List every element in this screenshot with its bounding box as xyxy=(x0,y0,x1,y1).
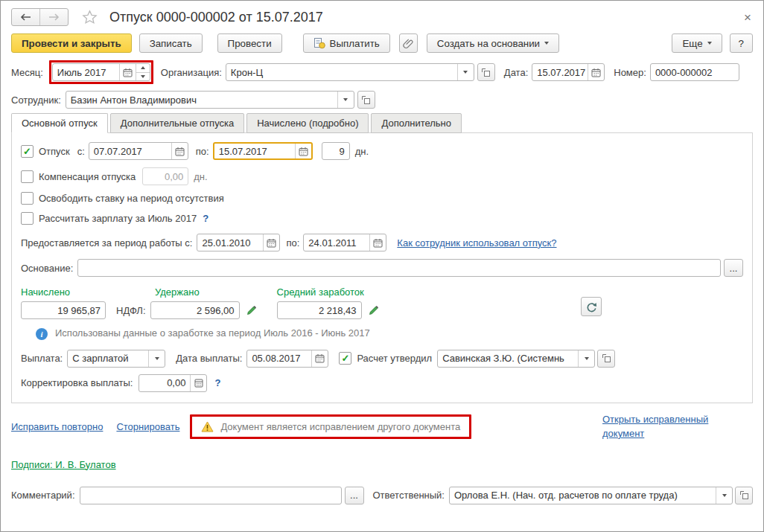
vacation-from-field[interactable]: 07.07.2017 xyxy=(89,142,188,160)
compensation-days-value[interactable]: 0,00 xyxy=(143,168,188,185)
chevron-down-icon[interactable] xyxy=(148,350,165,367)
chevron-down-icon[interactable] xyxy=(578,350,594,367)
compensation-label: Компенсация отпуска xyxy=(39,171,136,182)
calendar-icon[interactable] xyxy=(588,64,604,80)
approver-open-button[interactable] xyxy=(597,350,615,368)
open-corrected-link[interactable]: Открыть исправленный документ xyxy=(602,413,736,441)
create-based-on-button[interactable]: Создать на основании xyxy=(427,33,559,53)
forward-button[interactable] xyxy=(39,9,68,25)
payment-date-field[interactable]: 05.08.2017 xyxy=(246,350,328,368)
tab-main-vacation[interactable]: Основной отпуск xyxy=(11,113,108,133)
pay-button[interactable]: Выплатить xyxy=(303,33,390,53)
post-and-close-button[interactable]: Провести и закрыть xyxy=(11,33,132,53)
calendar-icon[interactable] xyxy=(119,64,136,80)
vacation-to-field[interactable]: 15.07.2017 xyxy=(213,142,313,160)
chevron-down-icon[interactable] xyxy=(716,487,732,504)
organization-value[interactable]: Крон-Ц xyxy=(226,64,457,80)
comment-field[interactable] xyxy=(80,487,342,504)
calc-salary-checkbox[interactable] xyxy=(21,212,34,225)
payment-date-value[interactable]: 05.08.2017 xyxy=(247,350,311,367)
reason-more-button[interactable]: ... xyxy=(724,259,743,277)
calendar-icon[interactable] xyxy=(311,350,328,367)
organization-field[interactable]: Крон-Ц xyxy=(226,63,474,81)
vacation-days-field[interactable]: 9 xyxy=(322,142,350,160)
number-value[interactable]: 0000-000002 xyxy=(651,64,739,80)
accrued-value[interactable]: 19 965,87 xyxy=(22,302,105,318)
work-period-from-field[interactable]: 25.01.2010 xyxy=(197,234,280,251)
close-icon[interactable]: × xyxy=(742,11,753,24)
payment-method-value[interactable]: С зарплатой xyxy=(68,350,148,367)
work-period-to-field[interactable]: 24.01.2011 xyxy=(303,234,386,251)
comment-more-button[interactable]: ... xyxy=(345,487,364,504)
avg-earnings-value[interactable]: 2 218,43 xyxy=(278,302,361,318)
compensation-unit: дн. xyxy=(194,171,207,182)
help-button[interactable]: ? xyxy=(730,33,753,53)
date-field[interactable]: 15.07.2017 xyxy=(532,63,605,81)
calculator-icon[interactable] xyxy=(190,375,206,391)
approver-value[interactable]: Савинская З.Ю. (Системнь xyxy=(438,350,578,367)
attachments-button[interactable] xyxy=(399,33,418,53)
window-header: Отпуск 0000-000002 от 15.07.2017 × xyxy=(1,1,763,29)
avg-earnings-field[interactable]: 2 218,43 xyxy=(277,301,362,319)
recalculate-button[interactable] xyxy=(581,297,602,316)
month-value[interactable]: Июль 2017 xyxy=(53,64,119,80)
adjustment-field[interactable]: 0,00 xyxy=(139,374,207,392)
write-button[interactable]: Записать xyxy=(139,33,203,53)
vacation-usage-link[interactable]: Как сотрудник использовал отпуск? xyxy=(397,237,556,249)
calc-salary-help-icon[interactable]: ? xyxy=(203,213,208,224)
number-field[interactable]: 0000-000002 xyxy=(650,63,739,81)
compensation-checkbox[interactable] xyxy=(21,170,34,183)
responsible-field[interactable]: Орлова Е.Н. (Нач. отд. расчетов по оплат… xyxy=(449,487,733,504)
ndfl-field[interactable]: 2 596,00 xyxy=(150,301,240,319)
compensation-days-field[interactable]: 0,00 xyxy=(142,167,188,185)
chevron-down-icon[interactable] xyxy=(337,92,354,108)
date-value[interactable]: 15.07.2017 xyxy=(532,64,588,80)
calendar-icon[interactable] xyxy=(295,144,311,158)
reason-field[interactable] xyxy=(77,259,721,277)
organization-open-button[interactable] xyxy=(477,63,495,81)
employee-open-button[interactable] xyxy=(357,91,375,109)
signatures-link[interactable]: Подписи: И. В. Булатов xyxy=(11,459,116,470)
spinner-down-icon[interactable] xyxy=(136,72,150,81)
responsible-value[interactable]: Орлова Е.Н. (Нач. отд. расчетов по оплат… xyxy=(450,487,716,504)
payment-method-field[interactable]: С зарплатой xyxy=(67,350,165,368)
adjustment-help-icon[interactable]: ? xyxy=(214,377,220,388)
edit-avg-pencil-icon[interactable] xyxy=(368,304,380,316)
adjustment-value[interactable]: 0,00 xyxy=(139,375,190,391)
vacation-from-value[interactable]: 07.07.2017 xyxy=(89,143,171,159)
employee-field[interactable]: Базин Антон Владимирович xyxy=(66,91,354,109)
spinner-up-icon[interactable] xyxy=(136,64,150,72)
vacation-days-value[interactable]: 9 xyxy=(322,143,349,159)
more-button[interactable]: Еще xyxy=(672,33,722,53)
comment-value[interactable] xyxy=(80,487,341,504)
employee-value[interactable]: Базин Антон Владимирович xyxy=(66,92,337,108)
accrued-field[interactable]: 19 965,87 xyxy=(21,301,106,319)
post-button[interactable]: Провести xyxy=(217,33,282,53)
tab-additional[interactable]: Дополнительно xyxy=(371,113,462,133)
chevron-down-icon[interactable] xyxy=(457,64,474,80)
approved-checkbox[interactable]: ✓ xyxy=(339,352,351,365)
fix-again-link[interactable]: Исправить повторно xyxy=(11,421,103,432)
reverse-link[interactable]: Сторнировать xyxy=(116,421,179,432)
edit-ndfl-pencil-icon[interactable] xyxy=(246,304,258,316)
favorite-star-icon[interactable] xyxy=(82,10,98,25)
tab-additional-vacations[interactable]: Дополнительные отпуска xyxy=(110,113,245,133)
ndfl-value[interactable]: 2 596,00 xyxy=(151,302,239,318)
release-rate-label: Освободить ставку на период отсутствия xyxy=(39,193,224,204)
calendar-icon[interactable] xyxy=(171,143,188,159)
calendar-icon[interactable] xyxy=(369,234,386,251)
responsible-open-button[interactable] xyxy=(735,487,753,504)
calendar-icon[interactable] xyxy=(263,234,279,251)
release-rate-checkbox[interactable] xyxy=(21,192,34,205)
month-field[interactable]: Июль 2017 xyxy=(52,63,150,81)
open-icon xyxy=(481,68,491,77)
work-period-to-value[interactable]: 24.01.2011 xyxy=(304,234,369,251)
vacation-to-value[interactable]: 15.07.2017 xyxy=(214,144,295,158)
vacation-checkbox[interactable]: ✓ xyxy=(21,145,34,158)
reason-value[interactable] xyxy=(78,260,720,276)
approver-field[interactable]: Савинская З.Ю. (Системнь xyxy=(437,350,595,368)
work-period-from-value[interactable]: 25.01.2010 xyxy=(197,234,263,251)
month-spinner[interactable] xyxy=(136,64,150,80)
back-button[interactable] xyxy=(12,9,39,25)
tab-accrued-detail[interactable]: Начислено (подробно) xyxy=(246,113,369,133)
